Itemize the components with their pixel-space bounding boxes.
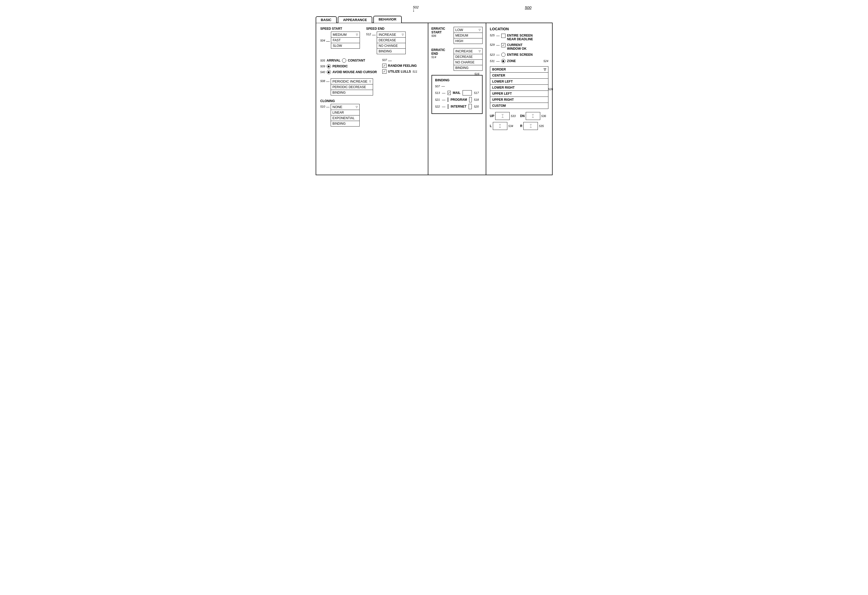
arrival-avoid-radio[interactable] bbox=[327, 70, 331, 74]
ref-512-arrow: — bbox=[372, 32, 376, 37]
current-window-label: CURRENTWINDOW OK bbox=[507, 43, 527, 50]
location-custom-item[interactable]: CUSTOM bbox=[490, 103, 548, 109]
ref-529: 529 bbox=[490, 43, 495, 46]
l-spinner[interactable]: ▽ △ bbox=[493, 122, 507, 130]
lulls-checkbox[interactable]: ✓ bbox=[382, 69, 387, 74]
list-item[interactable]: NO CHANGE bbox=[377, 43, 406, 49]
erratic-end-label: ERRATIC END bbox=[431, 48, 452, 56]
tab-behavior[interactable]: BEHAVIOR bbox=[373, 16, 402, 23]
list-item[interactable]: PERIODIC DECREASE bbox=[331, 84, 373, 90]
cloning-section: CLONING 510 — NONE ▽ LINEAR bbox=[320, 99, 424, 127]
speed-end-value: INCREASE bbox=[379, 32, 396, 37]
list-item[interactable]: HIGH bbox=[454, 38, 482, 44]
random-checkbox[interactable]: ✓ bbox=[382, 64, 387, 68]
list-item[interactable]: EXPONENTIAL bbox=[331, 115, 359, 121]
arrival-periodic-label: PERIODIC bbox=[332, 65, 348, 68]
ref-526: 526 bbox=[548, 88, 553, 91]
mail-checkbox[interactable]: ✓ bbox=[447, 91, 451, 95]
ref-505: 505 bbox=[320, 59, 325, 62]
ref-512: 512 bbox=[366, 32, 371, 36]
erratic-end-dropdown[interactable]: INCREASE ▽ bbox=[454, 48, 483, 54]
speed-end-dropdown[interactable]: INCREASE ▽ bbox=[377, 32, 406, 38]
location-upper-left-item[interactable]: UPPER LEFT bbox=[490, 91, 548, 97]
ref-517: 517 bbox=[474, 91, 478, 94]
list-item[interactable]: MEDIUM bbox=[454, 33, 482, 38]
ref-508: 508 bbox=[320, 80, 325, 82]
list-item[interactable]: BINDING bbox=[331, 121, 359, 126]
zone-label: ZONE bbox=[507, 59, 516, 63]
periodic-list: PERIODIC INCREASE ▽ PERIODIC DECREASE BI… bbox=[331, 78, 373, 96]
ref-518: 518 bbox=[474, 98, 478, 101]
l-label: L bbox=[490, 124, 492, 128]
speed-start-value: MEDIUM bbox=[333, 32, 347, 37]
erratic-start-dropdown[interactable]: LOW ▽ bbox=[454, 27, 483, 33]
speed-section: SPEED START 504 — MEDIUM ▽ FAST bbox=[320, 27, 424, 54]
ref-504: 504 bbox=[320, 39, 325, 42]
list-item[interactable]: FAST bbox=[331, 38, 360, 43]
dropdown-arrow-icon: ▽ bbox=[478, 28, 481, 31]
ref-520: 520 bbox=[474, 105, 478, 108]
arrival-group: 505 ARRIVAL CONSTANT 509 PERIODIC bbox=[320, 58, 377, 76]
arrival-label: ARRIVAL bbox=[327, 59, 340, 62]
binding-title: BINDING bbox=[435, 78, 479, 82]
list-item[interactable]: NO CHARGE bbox=[454, 60, 482, 65]
cloning-list: LINEAR EXPONENTIAL BINDING bbox=[331, 110, 360, 127]
ref-522: 522 bbox=[435, 105, 440, 108]
tab-basic[interactable]: BASIC bbox=[316, 16, 337, 23]
speed-end-label: SPEED END bbox=[366, 27, 406, 31]
internet-input[interactable] bbox=[469, 104, 472, 109]
list-item[interactable]: DECREASE bbox=[454, 54, 482, 60]
program-input[interactable] bbox=[469, 97, 472, 102]
tab-appearance[interactable]: APPEARANCE bbox=[338, 16, 372, 23]
ref-507b: 507 bbox=[435, 85, 440, 88]
location-list-container: BORDER ▽ CENTER LOWER LEFT LOWER RIGHT U… bbox=[490, 66, 548, 109]
ref-arrow: — bbox=[442, 98, 446, 102]
internet-label: INTERNET bbox=[451, 105, 466, 108]
r-spinner[interactable]: ▽ △ bbox=[523, 122, 538, 130]
internet-checkbox[interactable] bbox=[447, 105, 449, 109]
list-item[interactable]: LINEAR bbox=[331, 110, 359, 115]
ref-524: 524 bbox=[543, 59, 548, 63]
periodic-list-items: PERIODIC DECREASE BINDING bbox=[331, 84, 373, 96]
location-center-item[interactable]: CENTER bbox=[490, 72, 548, 79]
speed-start-dropdown[interactable]: MEDIUM ▽ bbox=[331, 32, 360, 38]
list-item[interactable]: BINDING bbox=[377, 49, 406, 54]
list-item[interactable]: SLOW bbox=[331, 43, 360, 49]
location-border-item[interactable]: BORDER ▽ bbox=[490, 66, 548, 72]
entire-screen-radio[interactable] bbox=[501, 53, 505, 57]
location-upper-right-item[interactable]: UPPER RIGHT bbox=[490, 97, 548, 103]
entire-screen-near-checkbox[interactable] bbox=[501, 34, 505, 38]
checkbox-random-row: ✓ RANDOM FEELING bbox=[382, 64, 418, 68]
program-label: PROGRAM bbox=[450, 98, 467, 102]
mail-input[interactable] bbox=[462, 90, 472, 96]
r-label: R bbox=[520, 124, 523, 128]
arrow-indicator: ↓ bbox=[413, 7, 415, 13]
up-spinner[interactable]: ▽ △ bbox=[495, 112, 510, 120]
location-lower-left-item[interactable]: LOWER LEFT bbox=[490, 79, 548, 85]
ref-509: 509 bbox=[320, 65, 325, 68]
periodic-dropdown[interactable]: PERIODIC INCREASE ▽ bbox=[331, 78, 373, 84]
program-checkbox[interactable] bbox=[447, 97, 448, 102]
location-list: BORDER ▽ CENTER LOWER LEFT LOWER RIGHT U… bbox=[490, 66, 548, 109]
dn-spinner[interactable]: ▽ △ bbox=[526, 112, 540, 120]
current-window-checkbox[interactable]: ✓ bbox=[501, 43, 505, 47]
erratic-start-section: ERRATIC START 506 LOW ▽ MEDIUM HIGH bbox=[431, 27, 483, 44]
list-item[interactable]: BINDING bbox=[331, 90, 373, 95]
zone-radio[interactable] bbox=[501, 59, 505, 63]
l-arrow-down-icon: △ bbox=[499, 126, 501, 128]
location-title: LOCATION bbox=[490, 27, 548, 31]
location-current-window: 529 — ✓ CURRENTWINDOW OK bbox=[490, 43, 548, 50]
cloning-dropdown[interactable]: NONE ▽ bbox=[331, 104, 360, 110]
list-item[interactable]: DECREASE bbox=[377, 38, 406, 43]
up-arrow-down-icon: △ bbox=[502, 116, 503, 118]
ref-508-arrow: — bbox=[326, 80, 330, 83]
location-lower-right-item[interactable]: LOWER RIGHT bbox=[490, 85, 548, 91]
periodic-value: PERIODIC INCREASE bbox=[332, 80, 368, 83]
arrival-constant-radio[interactable] bbox=[342, 58, 346, 63]
ref-536: 536 bbox=[541, 115, 546, 118]
ref-523: 523 bbox=[490, 53, 495, 56]
list-item[interactable]: BINDING bbox=[454, 65, 482, 71]
arrival-periodic-radio[interactable] bbox=[327, 64, 331, 68]
right-column: LOCATION 525 — ENTIRE SCREENNEAR DEADLIN… bbox=[486, 23, 552, 175]
ref-535: 535 bbox=[539, 124, 544, 128]
